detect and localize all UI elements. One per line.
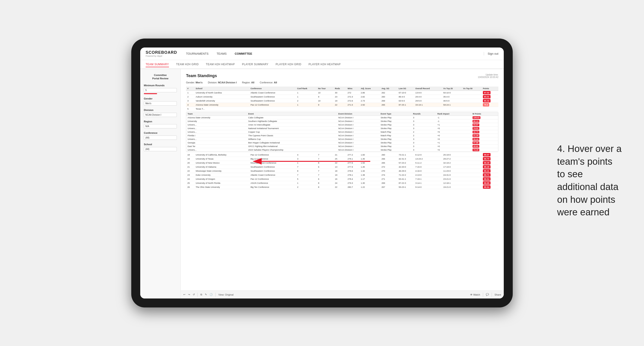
division-label: Division [144,109,177,111]
hover-tooltip: Team Event Event Division Event Type Rou… [186,112,498,152]
update-time: Update time:Update time: 13/03/2024 10:0… [478,73,498,78]
points-badge[interactable]: 88.94 [483,185,490,189]
table-row: 24 University of Oregon Pac-12 Conferenc… [186,177,498,181]
tooltip-table-row: East Ter OFCC Fighting Illini Invitation… [186,145,498,148]
tooltip-points-badge: 97.86 [472,141,480,144]
region-filter: Region: All [242,81,254,84]
region-select[interactable]: N/A All [144,124,177,128]
school-select[interactable]: (All) [144,147,177,151]
tab-player-summary[interactable]: PLAYER SUMMARY [242,62,268,67]
gender-filter: Gender: Men's [186,81,202,84]
toolbar-sep2 [216,293,216,297]
table-row: 25 University of North Florida ASUN Conf… [186,181,498,185]
tooltip-points-badge: 80.13 [472,120,480,123]
annotation-text: 4. Hover over ateam's pointsto seeadditi… [557,143,622,219]
standings-table: # School Conference Conf Rank No Tour Rn… [186,86,498,189]
table-row: 18 University of California, Berkeley Pa… [186,153,498,157]
top-nav-links: TOURNAMENTS TEAMS COMMITTEE [186,51,484,56]
tooltip-points-badge: 84.97 [472,124,480,126]
nav-committee[interactable]: COMMITTEE [235,51,252,56]
points-badge[interactable]: 97.02 [483,91,490,94]
col-conf-rank: Conf Rank [296,86,316,91]
tooltip-points-badge: 56.44 [472,138,480,141]
points-badge[interactable]: 88.71 [483,173,490,176]
tooltip-row: Team Event Event Division Event Type Rou… [186,111,498,153]
toolbar-sep [198,293,198,297]
logo-area: SCOREBOARD Powered by clippd [146,50,177,57]
tablet-screen: SCOREBOARD Powered by clippd TOURNAMENTS… [140,47,504,299]
gender-select[interactable]: Men's Women's [144,101,177,106]
comment-icon[interactable]: 💬 [486,293,489,296]
col-vs50: Vs Top 50 [462,86,482,91]
reset-icon[interactable]: ↺ [193,293,195,296]
sign-out-link[interactable]: Sign out [484,52,498,55]
edit-icon[interactable]: ✎ [205,293,207,296]
table-row: 19 University of Texas Big 12 Conference… [186,157,498,161]
col-conference: Conference [249,86,296,91]
col-vs25: Vs Top 25 [442,86,462,91]
points-badge[interactable]: 88.07 [483,153,490,157]
redo-icon[interactable]: ↪ [188,293,190,296]
region-label: Region [144,120,177,123]
division-select[interactable]: NCAA Division I NCAA Division II NCAA Di… [144,113,177,117]
tooltip-table-row: Florida I The Cypress Point Classic NCAA… [186,134,498,137]
col-low-sg: Low SG [398,86,414,91]
watch-btn[interactable]: 👁 Watch [470,293,480,296]
nav-tournaments[interactable]: TOURNAMENTS [186,51,208,56]
points-badge[interactable]: 90.32 [483,99,490,102]
conference-select[interactable]: (All) [144,136,177,140]
table-row: 23 Duke University Atlantic Coast Confer… [186,173,498,177]
min-rounds-slider[interactable] [144,93,157,94]
tooltip-points-badge: 21.29 [472,134,480,137]
points-badge-highlighted[interactable]: 79.5 [483,103,490,106]
app-logo-sub: Powered by clippd [146,55,177,57]
content-area: CommitteePortal Review Minimum Rounds Ge… [140,69,504,299]
points-badge[interactable]: 93.31 [483,95,490,98]
conference-filter: Conference: All [260,81,277,84]
table-row-highlighted: 4 Arizona State University Pac-12 Confer… [186,103,498,107]
school-label: School [144,143,177,146]
tab-team-h2h-heatmap[interactable]: TEAM H2H HEATMAP [206,62,235,67]
table-row: 3 Vanderbilt University Southeastern Con… [186,99,498,103]
tab-player-h2h-grid[interactable]: PLAYER H2H GRID [276,62,301,67]
view-original-btn[interactable]: View: Original [218,293,234,296]
tooltip-table-row: Univers... Copper Cup NCAA Division I Ma… [186,130,498,134]
table-row: 1 University of North Carolina Atlantic … [186,91,498,95]
nav-teams[interactable]: TEAMS [216,51,227,56]
points-badge[interactable]: 88.49 [483,161,490,165]
points-badge[interactable]: 88.54 [483,177,490,181]
tooltip-table-row: Univers... Williams Cup NCAA Division I … [186,137,498,141]
tooltip-points-badge: 74.30 [472,149,480,151]
tooltip-table-row: Arizona State University Cabo Collegiate… [186,116,498,119]
col-points: Points [482,86,498,91]
filter-row: Gender: Men's Division: NCAA Division I … [186,81,498,84]
sidebar: CommitteePortal Review Minimum Rounds Ge… [140,69,181,299]
min-rounds-label: Minimum Rounds [144,84,177,87]
points-badge[interactable]: 88.70 [483,157,490,161]
col-no-tour: No Tour [317,86,334,91]
table-row: 20 University of New Mexico Mountain Wes… [186,161,498,165]
table-row: 21 University of Alabama Southeastern Co… [186,165,498,169]
tooltip-points-badge: 42.73 [472,131,480,133]
col-rank: # [186,86,194,91]
col-adj-score: Adj. Score [360,86,380,91]
points-badge[interactable]: 88.89 [483,181,490,185]
clock-icon[interactable]: 🕐 [210,293,213,296]
tab-player-h2h-heatmap[interactable]: PLAYER H2H HEATMAP [308,62,340,67]
tab-team-summary[interactable]: TEAM SUMMARY [146,62,169,67]
undo-icon[interactable]: ↩ [183,293,185,296]
tab-team-h2h-grid[interactable]: TEAM H2H GRID [176,62,199,67]
committee-portal-label: CommitteePortal Review [144,73,177,80]
copy-icon[interactable]: ⧉ [200,293,202,296]
min-rounds-input[interactable] [144,88,177,92]
gender-label: Gender [144,97,177,100]
col-rnds: Rnds [334,86,346,91]
tooltip-table-row: Univers... 2023 Sahalee Players Champion… [186,148,498,152]
points-badge[interactable]: 88.48 [483,165,490,169]
tooltip-table-row: Georgia Ben Hogan Collegiate Invitationa… [186,141,498,145]
table-row: 2 Auburn University Southeastern Confere… [186,95,498,99]
points-badge[interactable]: 88.41 [483,169,490,173]
scene: SCOREBOARD Powered by clippd TOURNAMENTS… [0,0,644,346]
table-row: 26 The Ohio State University Big Ten Con… [186,185,498,189]
share-btn[interactable]: Share [494,293,501,296]
